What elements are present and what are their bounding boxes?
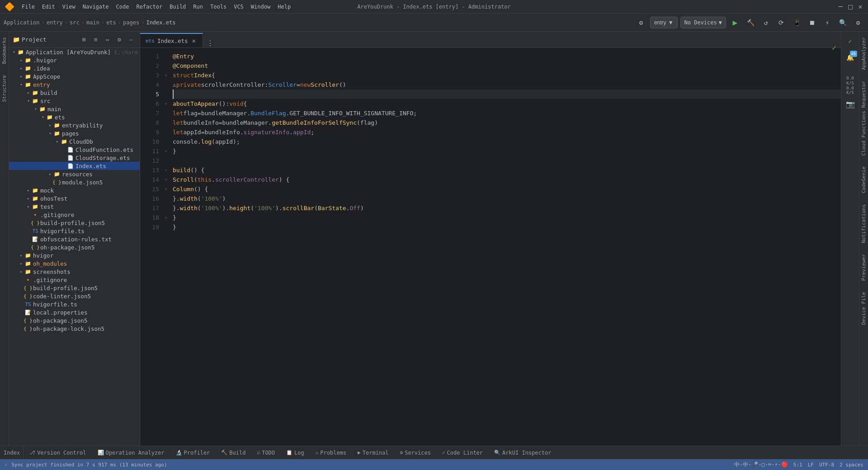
- tree-item-ohpackage1[interactable]: ▸ { } oh-package.json5: [9, 243, 140, 251]
- tree-item-cloudfunction[interactable]: ▸ 📄 CloudFunction.ets: [9, 146, 140, 154]
- entry-dropdown[interactable]: entry ▼: [650, 17, 678, 28]
- search-icon[interactable]: 🔍: [836, 16, 849, 29]
- cursor-position[interactable]: 5:1: [793, 462, 802, 468]
- breadcrumb-src[interactable]: src: [70, 19, 80, 26]
- notifications-tab[interactable]: Notifications: [859, 199, 868, 249]
- minimize-button[interactable]: ─: [837, 4, 844, 10]
- bottom-tab-versioncontrol[interactable]: ⎇ Version Control: [24, 446, 92, 459]
- app-analyzer-tab[interactable]: AppAnalyzer: [859, 32, 868, 75]
- device-file-tab[interactable]: Device File: [859, 287, 868, 330]
- tree-item-application[interactable]: ▾ 📁 Application [AreYouDrunk] E:\Harm: [9, 48, 140, 56]
- breadcrumb-entry[interactable]: entry: [47, 19, 63, 26]
- menu-build[interactable]: Build: [166, 3, 189, 11]
- panel-expand-icon[interactable]: ≡: [91, 35, 101, 45]
- sync-icon[interactable]: ↺: [760, 16, 772, 29]
- previewer-tab[interactable]: Previewer: [859, 249, 868, 287]
- menu-view[interactable]: View: [59, 3, 79, 11]
- fold-11[interactable]: ▾: [163, 146, 169, 156]
- structure-tab[interactable]: Structure: [0, 70, 9, 108]
- panel-collapse-icon[interactable]: ⇔: [103, 35, 113, 45]
- tree-item-src[interactable]: ▾ 📁 src: [9, 97, 140, 105]
- tree-item-indexets[interactable]: ▸ 📄 Index.ets: [9, 162, 140, 170]
- tree-item-ohostest[interactable]: ▸ 📁 ohosTest: [9, 194, 140, 202]
- tree-item-main[interactable]: ▾ 📁 main: [9, 105, 140, 113]
- codegenie-tab[interactable]: CodeGenie: [859, 161, 868, 199]
- bottom-tab-profiler[interactable]: 🔬 Profiler: [170, 446, 216, 459]
- menu-code[interactable]: Code: [113, 3, 133, 11]
- tree-item-hvigorfile1[interactable]: ▸ TS hvigorfile.ts: [9, 227, 140, 235]
- maximize-button[interactable]: □: [847, 4, 854, 10]
- tree-item-entryability[interactable]: ▸ 📁 entryability: [9, 121, 140, 129]
- tree-item-localprops[interactable]: ▸ 📝 local.properties: [9, 308, 140, 316]
- panel-layout-icon[interactable]: ⊞: [79, 35, 89, 45]
- tree-item-clouddb[interactable]: ▸ 📁 CloudDb: [9, 137, 140, 146]
- tree-item-ohpackage2[interactable]: ▸ { } oh-package.json5: [9, 316, 140, 324]
- bottom-tab-problems[interactable]: ⚠ Problems: [310, 446, 352, 459]
- breadcrumb-ets[interactable]: ets: [106, 19, 116, 26]
- breadcrumb-application[interactable]: Application: [4, 19, 39, 26]
- tree-item-pages[interactable]: ▾ 📁 pages: [9, 129, 140, 137]
- menu-help[interactable]: Help: [274, 3, 294, 11]
- fold-13[interactable]: ▾: [163, 165, 169, 175]
- build-icon[interactable]: 🔨: [744, 16, 757, 29]
- camera-icon[interactable]: 📷: [843, 96, 858, 112]
- line-ending[interactable]: LF: [808, 462, 814, 468]
- tree-item-mock[interactable]: ▸ 📁 mock: [9, 186, 140, 194]
- fold-18[interactable]: ▾: [163, 213, 169, 222]
- tree-item-codelinter[interactable]: ▸ { } code-linter.json5: [9, 292, 140, 300]
- settings-icon[interactable]: ⚙: [635, 16, 647, 29]
- breadcrumb-main[interactable]: main: [86, 19, 99, 26]
- bottom-tab-terminal[interactable]: ▶ Terminal: [352, 446, 394, 459]
- tree-item-cloudstorage[interactable]: ▸ 📄 CloudStorage.ets: [9, 154, 140, 162]
- tab-indexets[interactable]: ets Index.ets ✕: [140, 33, 203, 47]
- sync-status-icon[interactable]: ✓: [843, 33, 858, 49]
- panel-settings-icon[interactable]: ⚙: [114, 35, 124, 45]
- tree-item-resources[interactable]: ▸ 📁 resources: [9, 170, 140, 178]
- tree-item-test[interactable]: ▸ 📁 test: [9, 202, 140, 211]
- menu-window[interactable]: Window: [247, 3, 274, 11]
- fold-3[interactable]: ▾: [163, 70, 169, 80]
- stop-icon[interactable]: ⏹: [806, 16, 818, 29]
- tree-item-hvigorfile2[interactable]: ▸ TS hvigorfile.ts: [9, 300, 140, 308]
- breadcrumb-file[interactable]: Index.ets: [146, 19, 175, 26]
- menu-edit[interactable]: Edit: [38, 3, 59, 11]
- tree-item-entry[interactable]: ▾ 📁 entry: [9, 80, 140, 89]
- bottom-tab-build[interactable]: 🔨 Build: [216, 446, 251, 459]
- tree-item-ohpackagelock[interactable]: ▸ { } oh-package-lock.json5: [9, 324, 140, 333]
- bottom-tab-codelinter[interactable]: ✓ Code Linter: [437, 446, 489, 459]
- notifications-icon[interactable]: 🔔 46: [843, 50, 858, 65]
- tab-more-button[interactable]: ⋮: [203, 39, 217, 47]
- menu-vcs[interactable]: VCS: [230, 3, 247, 11]
- menu-refactor[interactable]: Refactor: [132, 3, 166, 11]
- refresh-icon[interactable]: ⟳: [775, 16, 788, 29]
- device-manager-icon[interactable]: 📱: [790, 16, 803, 29]
- tree-item-idea[interactable]: ▸ 📁 .idea: [9, 64, 140, 72]
- tree-item-obfuscation[interactable]: ▸ 📝 obfuscation-rules.txt: [9, 235, 140, 243]
- tree-item-ets[interactable]: ▾ 📁 ets: [9, 113, 140, 121]
- tree-item-appscope[interactable]: ▸ 📁 AppScope: [9, 72, 140, 80]
- tree-item-buildprofile2[interactable]: ▸ { } build-profile.json5: [9, 284, 140, 292]
- fold-15[interactable]: ▾: [163, 184, 169, 194]
- close-button[interactable]: ✕: [857, 4, 863, 10]
- bottom-index-label[interactable]: Index: [4, 450, 20, 456]
- fold-6[interactable]: ▾: [163, 99, 169, 108]
- no-devices-button[interactable]: No Devices ▼: [680, 17, 726, 28]
- bottom-tab-todo[interactable]: ☑ TODO: [251, 446, 281, 459]
- code-editor[interactable]: @Entry @Component struct Index { ⚠privat…: [169, 48, 841, 446]
- file-encoding[interactable]: UTF-8: [819, 462, 834, 468]
- fold-14[interactable]: ▾: [163, 175, 169, 184]
- bottom-tab-operation-analyzer[interactable]: 📊 Operation Analyzer: [92, 446, 170, 459]
- bottom-tab-log[interactable]: 📋 Log: [281, 446, 310, 459]
- tree-item-gitignore2[interactable]: ▸ 🔸 .gitignore: [9, 276, 140, 284]
- tree-item-gitignore1[interactable]: ▸ 🔸 .gitignore: [9, 211, 140, 219]
- run-manager-icon[interactable]: ⚡: [821, 16, 834, 29]
- menu-file[interactable]: File: [18, 3, 38, 11]
- run-button[interactable]: ▶: [729, 16, 741, 29]
- tree-item-hvigor-dir[interactable]: ▸ 📁 hvigor: [9, 251, 140, 259]
- tree-item-buildprofile1[interactable]: ▸ { } build-profile.json5: [9, 219, 140, 227]
- menu-tools[interactable]: Tools: [207, 3, 230, 11]
- tree-item-hvigor[interactable]: ▸ 📁 .hvigor: [9, 56, 140, 64]
- bookmarks-tab[interactable]: Bookmarks: [0, 32, 9, 70]
- menu-run[interactable]: Run: [189, 3, 207, 11]
- tree-item-build[interactable]: ▸ 📁 build: [9, 89, 140, 97]
